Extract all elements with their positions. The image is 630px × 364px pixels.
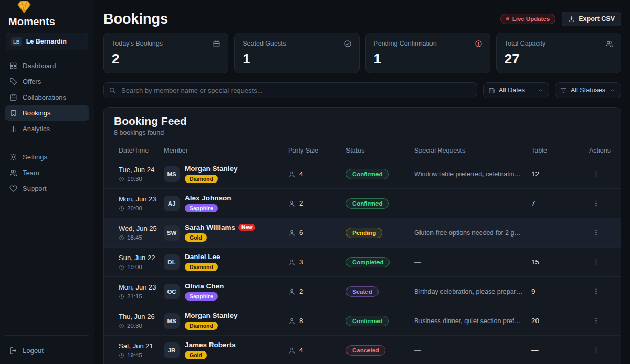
- dots-vertical-icon: [592, 229, 600, 237]
- sidebar-item-settings[interactable]: Settings: [5, 149, 89, 165]
- dots-vertical-icon: [592, 287, 600, 295]
- avatar: DL: [164, 254, 180, 270]
- sidebar-divider-bottom: [5, 335, 89, 336]
- booking-date: Mon, Jun 23: [119, 195, 164, 203]
- clock-icon: [119, 176, 124, 182]
- person-icon: [288, 229, 296, 237]
- users-icon: [605, 40, 613, 48]
- sidebar-item-label: Offers: [23, 78, 41, 85]
- restaurant-selector[interactable]: LB Le Bernardin: [6, 33, 88, 50]
- cell-actions: [589, 197, 610, 210]
- status-badge: Confirmed: [346, 169, 389, 179]
- member-name: Morgan Stanley: [185, 312, 238, 319]
- booking-time: 19:00: [127, 264, 142, 270]
- status-filter-dropdown[interactable]: All Statuses: [555, 82, 621, 98]
- cell-datetime: Thu, Jun 26 20:30: [119, 313, 164, 329]
- restaurant-name: Le Bernardin: [26, 38, 67, 45]
- sidebar-item-label: Settings: [23, 153, 47, 161]
- cell-table-number: —: [531, 346, 589, 354]
- table-row[interactable]: Wed, Jun 25 18:45 SW Sarah Williams New: [104, 218, 621, 248]
- search-input[interactable]: [103, 82, 477, 98]
- calendar-icon: [213, 40, 220, 48]
- clock-icon: [119, 264, 124, 270]
- export-csv-label: Export CSV: [579, 15, 615, 23]
- cell-actions: [589, 344, 610, 357]
- table-row[interactable]: Mon, Jun 23 21:15 OC Olivia Chen: [104, 277, 621, 306]
- sidebar-item-support[interactable]: Support: [5, 181, 89, 196]
- avatar: SW: [164, 225, 180, 241]
- search-box: [103, 82, 477, 98]
- sidebar-item-analytics[interactable]: Analytics: [5, 121, 89, 136]
- avatar: MS: [164, 313, 180, 329]
- booking-date: Thu, Jun 26: [119, 313, 164, 320]
- bookmark-icon: [9, 109, 17, 117]
- cell-special-requests: Gluten-free options needed for 2 guests: [414, 229, 531, 237]
- table-header-row: Date/Time Member Party Size Status Speci…: [104, 142, 621, 159]
- column-header: Party Size: [288, 147, 346, 154]
- clock-icon: [119, 235, 124, 241]
- stat-label: Total Capacity: [505, 40, 613, 47]
- export-csv-button[interactable]: Export CSV: [562, 12, 621, 26]
- sidebar-item-dashboard[interactable]: Dashboard: [5, 58, 89, 73]
- row-actions-button[interactable]: [589, 197, 603, 210]
- cell-actions: [589, 285, 610, 298]
- avatar: MS: [164, 166, 180, 182]
- logout-button[interactable]: Logout: [5, 342, 89, 359]
- filter-funnel-icon: [560, 87, 567, 94]
- tier-badge: Diamond: [185, 263, 218, 271]
- tier-badge: Gold: [185, 233, 207, 242]
- sidebar-item-offers[interactable]: Offers: [5, 74, 89, 89]
- row-actions-button[interactable]: [589, 314, 603, 328]
- cell-party-size: 6: [288, 229, 346, 237]
- stat-value: 2: [112, 51, 220, 67]
- clock-icon: [119, 323, 124, 329]
- sidebar-divider: [5, 143, 89, 143]
- member-name: Morgan Stanley: [185, 165, 238, 173]
- table-row[interactable]: Sat, Jun 21 19:45 JR James Roberts: [104, 336, 621, 364]
- alert-circle-icon: [475, 40, 482, 48]
- table-row[interactable]: Tue, Jun 24 19:30 MS Morgan Stanley: [104, 159, 621, 189]
- heart-icon: [9, 185, 17, 192]
- row-actions-button[interactable]: [589, 344, 603, 357]
- cell-party-size: 3: [288, 258, 346, 266]
- booking-date: Sun, Jun 22: [119, 254, 164, 262]
- booking-time: 19:45: [127, 352, 142, 358]
- chevron-down-icon: [537, 87, 544, 94]
- gear-icon: [9, 153, 17, 161]
- row-actions-button[interactable]: [589, 285, 603, 298]
- cell-party-size: 2: [288, 287, 346, 295]
- row-actions-button[interactable]: [589, 226, 603, 240]
- table-body: Tue, Jun 24 19:30 MS Morgan Stanley: [104, 159, 621, 364]
- party-size-value: 4: [299, 346, 303, 354]
- sidebar-item-bookings[interactable]: Bookings: [5, 105, 89, 121]
- header-actions: Live Updates Export CSV: [500, 12, 621, 26]
- row-actions-button[interactable]: [589, 255, 603, 269]
- member-name: Alex Johnson: [185, 194, 232, 202]
- clock-icon: [119, 352, 124, 358]
- avatar: OC: [164, 284, 180, 299]
- column-header: Status: [346, 147, 414, 154]
- booking-date: Tue, Jun 24: [119, 166, 164, 174]
- sidebar-item-team[interactable]: Team: [5, 165, 89, 180]
- dots-vertical-icon: [592, 258, 600, 266]
- table-row[interactable]: Sun, Jun 22 19:00 DL Daniel Lee: [104, 248, 621, 277]
- booking-time: 20:00: [127, 205, 142, 211]
- person-icon: [288, 317, 296, 325]
- sidebar-item-collaborations[interactable]: Collaborations: [5, 90, 89, 105]
- booking-date: Sat, Jun 21: [119, 342, 164, 350]
- status-badge: Canceled: [346, 345, 385, 356]
- sidebar-spacer: [0, 196, 94, 329]
- column-header: Date/Time: [119, 147, 164, 154]
- stat-card-pending-confirmation: Pending Confirmation 1: [365, 33, 490, 73]
- table-row[interactable]: Thu, Jun 26 20:30 MS Morgan Stanley: [104, 306, 621, 336]
- table-row[interactable]: Mon, Jun 23 20:00 AJ Alex Johnson: [104, 189, 621, 218]
- row-actions-button[interactable]: [589, 167, 603, 181]
- date-filter-dropdown[interactable]: All Dates: [483, 82, 549, 98]
- dots-vertical-icon: [592, 170, 600, 178]
- restaurant-abbr-badge: LB: [11, 37, 22, 46]
- grid-icon: [9, 62, 17, 70]
- stat-card-seated-guests: Seated Guests 1: [234, 33, 359, 73]
- cell-special-requests: Birthday celebration, please prepare som…: [414, 288, 531, 295]
- booking-time: 18:45: [127, 234, 142, 241]
- member-name: Daniel Lee: [185, 253, 220, 261]
